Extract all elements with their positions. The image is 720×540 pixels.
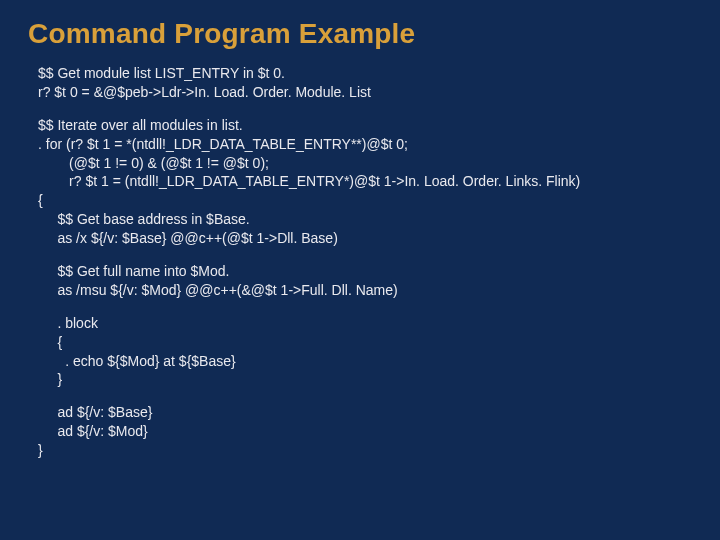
code-block-5: ad ${/v: $Base} ad ${/v: $Mod} }	[38, 403, 692, 460]
slide-container: Command Program Example $$ Get module li…	[0, 0, 720, 540]
code-block-4: . block { . echo ${$Mod} at ${$Base} }	[38, 314, 692, 390]
code-block-3: $$ Get full name into $Mod. as /msu ${/v…	[38, 262, 692, 300]
code-block-1: $$ Get module list LIST_ENTRY in $t 0. r…	[38, 64, 692, 102]
slide-title: Command Program Example	[28, 18, 692, 50]
code-block-2: $$ Iterate over all modules in list. . f…	[38, 116, 692, 248]
